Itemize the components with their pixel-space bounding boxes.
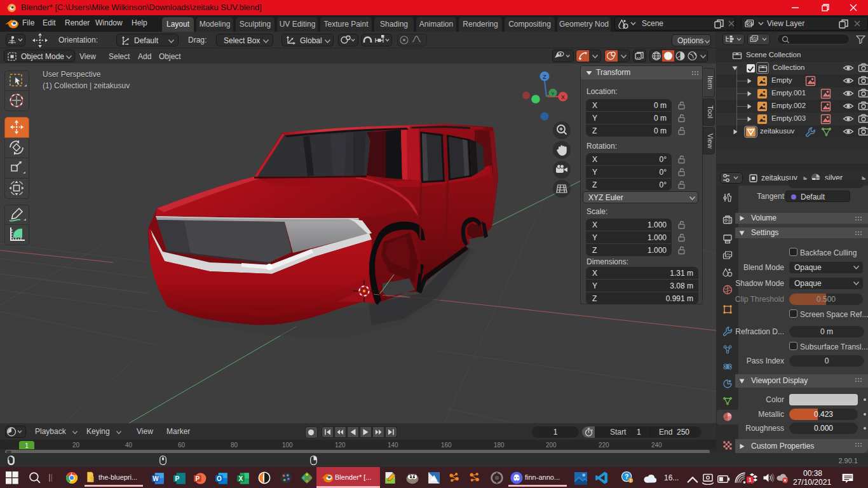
svg-text:O: O [217,475,222,482]
svg-text:P: P [196,475,200,482]
svg-text:X: X [561,94,565,100]
svg-text:X: X [239,475,243,482]
svg-text:P: P [175,475,180,482]
svg-text:1: 1 [749,477,752,483]
svg-text:W: W [153,475,159,482]
svg-text:?: ? [625,473,628,480]
svg-text:Y: Y [551,91,555,97]
svg-text:Z: Z [543,74,546,80]
